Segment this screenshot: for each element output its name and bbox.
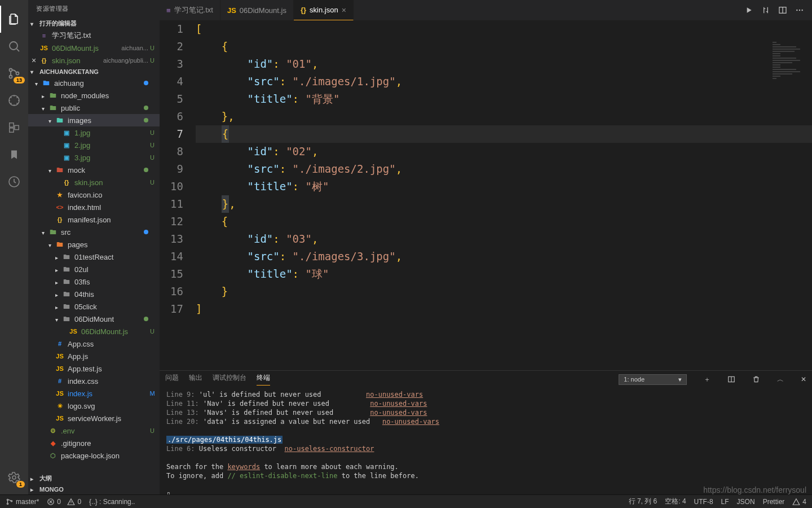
scan-item[interactable]: {..} : Scanning.. bbox=[89, 498, 135, 506]
problems-item[interactable]: 0 0 bbox=[47, 498, 81, 506]
tree-item[interactable]: JSindex.jsM bbox=[28, 387, 160, 400]
maximize-icon[interactable]: ︿ bbox=[777, 375, 784, 384]
spaces-item[interactable]: 空格: 4 bbox=[665, 497, 686, 506]
search-icon[interactable] bbox=[0, 33, 28, 60]
tree-item[interactable]: #index.css bbox=[28, 375, 160, 387]
watermark: https://blog.csdn.net/ferrysoul bbox=[703, 485, 806, 494]
branch-item[interactable]: master* bbox=[6, 498, 39, 506]
js-icon: JS bbox=[55, 364, 64, 373]
tree-item[interactable]: node_modules bbox=[28, 89, 160, 102]
tree-item[interactable]: 05click bbox=[28, 300, 160, 313]
tree-item[interactable]: ▣2.jpgU bbox=[28, 139, 160, 151]
editor-tab[interactable]: {}skin.json× bbox=[294, 0, 354, 20]
svg-point-13 bbox=[801, 10, 802, 11]
tree-item[interactable]: ⚙.envU bbox=[28, 424, 160, 437]
editor-tab[interactable]: ≡学习笔记.txt bbox=[160, 0, 220, 20]
tree-item[interactable]: JS06DidMount.jsU bbox=[28, 325, 160, 338]
folder-icon bbox=[48, 103, 58, 112]
tree-item[interactable]: {}manifest.json bbox=[28, 213, 160, 226]
tree-item[interactable]: public bbox=[28, 102, 160, 114]
source-control-icon[interactable]: 13 bbox=[0, 60, 28, 87]
bookmark-icon[interactable] bbox=[0, 141, 28, 168]
minimap[interactable] bbox=[773, 41, 812, 91]
svg-point-1 bbox=[10, 69, 12, 72]
folder-icon bbox=[42, 78, 51, 87]
tree-item[interactable]: 02ul bbox=[28, 263, 160, 275]
diff-icon[interactable] bbox=[761, 6, 770, 15]
open-editor-item[interactable]: JS06DidMount.jsaichuan...U bbox=[28, 42, 160, 54]
warn-count[interactable]: 4 bbox=[792, 498, 806, 506]
trash-icon[interactable] bbox=[752, 375, 760, 383]
tree-item[interactable]: {}skin.jsonU bbox=[28, 176, 160, 189]
tree-item[interactable]: aichuang bbox=[28, 77, 160, 89]
activity-bar: 13 1 bbox=[0, 0, 28, 494]
tree-item[interactable]: JSApp.js bbox=[28, 350, 160, 362]
txt-icon: ≡ bbox=[39, 31, 48, 40]
tree-item[interactable]: images bbox=[28, 114, 160, 126]
run-icon[interactable] bbox=[744, 6, 753, 15]
tree-item[interactable]: 04this bbox=[28, 288, 160, 300]
eol-item[interactable]: LF bbox=[721, 498, 729, 506]
editor-tab[interactable]: JS06DidMount.js bbox=[220, 0, 294, 20]
svg-point-15 bbox=[7, 499, 8, 500]
tree-item[interactable]: 03fis bbox=[28, 275, 160, 288]
new-terminal-icon[interactable]: ＋ bbox=[704, 375, 710, 384]
panel-tab[interactable]: 问题 bbox=[165, 373, 179, 386]
settings-icon[interactable]: 1 bbox=[0, 464, 28, 491]
tree-item[interactable]: ▣3.jpgU bbox=[28, 151, 160, 164]
encoding-item[interactable]: UTF-8 bbox=[694, 498, 713, 506]
close-panel-icon[interactable]: ✕ bbox=[801, 375, 806, 383]
folder-icon bbox=[48, 91, 58, 100]
status-bar: master* 0 0 {..} : Scanning.. 行 7, 列 6 空… bbox=[0, 494, 812, 508]
json-icon: {} bbox=[55, 215, 64, 224]
svg-point-0 bbox=[10, 42, 17, 50]
tree-item[interactable]: #App.css bbox=[28, 338, 160, 350]
svg-rect-5 bbox=[10, 123, 14, 127]
tree-item[interactable]: <>index.html bbox=[28, 201, 160, 213]
tree-item[interactable]: ◆.gitignore bbox=[28, 437, 160, 449]
json-icon: {} bbox=[39, 56, 48, 65]
panel-tab[interactable]: 输出 bbox=[189, 373, 202, 386]
open-editors-header[interactable]: 打开的编辑器 bbox=[28, 17, 160, 29]
panel-tab[interactable]: 终端 bbox=[257, 373, 270, 386]
lang-item[interactable]: JSON bbox=[737, 498, 755, 506]
img-icon: ▣ bbox=[62, 128, 71, 137]
panel-tab[interactable]: 调试控制台 bbox=[213, 373, 246, 386]
tree-item[interactable]: ▣1.jpgU bbox=[28, 126, 160, 139]
clock-icon[interactable] bbox=[0, 168, 28, 195]
split-terminal-icon[interactable] bbox=[727, 375, 735, 383]
outline-header[interactable]: 大纲 bbox=[28, 472, 160, 484]
tree-item[interactable]: ★favicon.ico bbox=[28, 189, 160, 201]
tree-item[interactable]: ⬡package-lock.json bbox=[28, 449, 160, 462]
extensions-icon[interactable] bbox=[0, 114, 28, 141]
open-editor-item[interactable]: ≡学习笔记.txt bbox=[28, 29, 160, 42]
tree-item[interactable]: JSApp.test.js bbox=[28, 362, 160, 375]
tree-item[interactable]: src bbox=[28, 226, 160, 238]
folder-icon bbox=[62, 265, 71, 274]
tree-item[interactable]: pages bbox=[28, 238, 160, 251]
terminal-body[interactable]: Line 9: 'ul' is defined but never used n… bbox=[160, 388, 812, 494]
tree-item[interactable]: 06DidMount bbox=[28, 313, 160, 325]
tree-item[interactable]: JSserviceWorker.js bbox=[28, 412, 160, 424]
settings-badge: 1 bbox=[16, 481, 25, 488]
explorer-icon[interactable] bbox=[0, 6, 28, 33]
more-icon[interactable] bbox=[795, 6, 804, 15]
svg-point-9 bbox=[12, 476, 16, 479]
open-editor-item[interactable]: {}skin.jsonaichuang/publi...U bbox=[28, 54, 160, 67]
mongo-header[interactable]: MONGO bbox=[28, 484, 160, 494]
tab-bar: ≡学习笔记.txtJS06DidMount.js{}skin.json× bbox=[160, 0, 812, 20]
folder-icon bbox=[48, 227, 58, 237]
tree-item[interactable]: mock bbox=[28, 164, 160, 176]
prettier-item[interactable]: Prettier bbox=[763, 498, 785, 506]
git-icon: ◆ bbox=[48, 439, 58, 448]
tree-item[interactable]: ✳logo.svg bbox=[28, 400, 160, 412]
project-header[interactable]: AICHUANGKETANG bbox=[28, 67, 160, 77]
close-tab-icon[interactable]: × bbox=[342, 6, 346, 15]
code-editor[interactable]: 1234567891011121314151617 [ { "id": "01"… bbox=[160, 20, 812, 370]
sidebar: 资源管理器 打开的编辑器 ≡学习笔记.txtJS06DidMount.jsaic… bbox=[28, 0, 160, 494]
debug-icon[interactable] bbox=[0, 87, 28, 114]
tree-item[interactable]: 01testReact bbox=[28, 251, 160, 263]
terminal-selector[interactable]: 1: node▾ bbox=[619, 374, 687, 385]
split-icon[interactable] bbox=[778, 6, 787, 15]
cursor-pos[interactable]: 行 7, 列 6 bbox=[629, 497, 657, 506]
